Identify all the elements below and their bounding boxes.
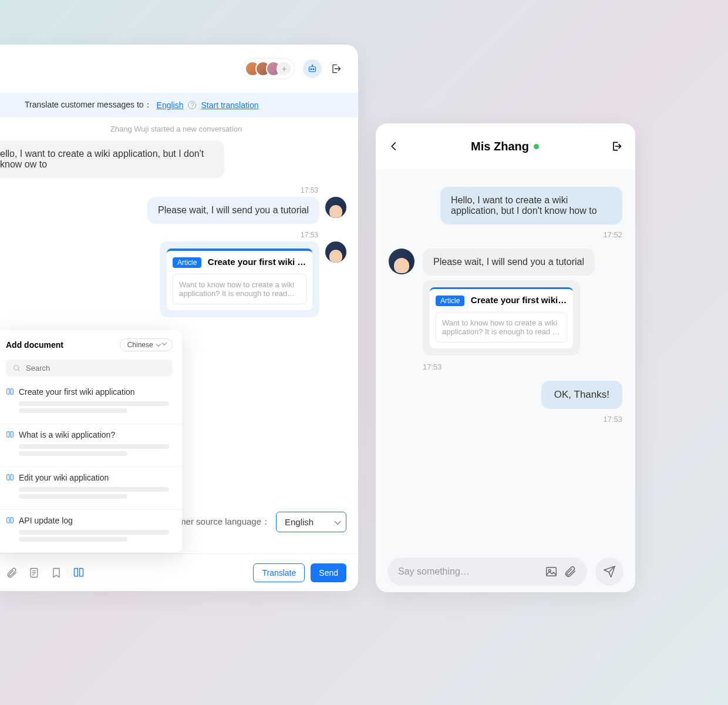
back-icon[interactable]	[389, 141, 399, 152]
source-language-row: omer source language： English	[174, 512, 346, 532]
article-badge: Article	[436, 296, 464, 306]
help-icon[interactable]: ?	[188, 101, 196, 109]
bot-icon	[307, 65, 318, 73]
article-card[interactable]: Article Create your first wiki… Want to …	[423, 280, 580, 355]
document-list: Create your first wiki application What …	[0, 381, 182, 553]
document-item[interactable]: Create your first wiki application	[0, 381, 182, 424]
svg-point-2	[313, 69, 314, 70]
document-item[interactable]: API update log	[0, 510, 182, 553]
message-time: 17:53	[389, 415, 622, 424]
source-language-label: omer source language：	[174, 516, 270, 528]
article-badge: Article	[173, 257, 201, 268]
skeleton-line	[19, 444, 169, 449]
search-icon	[13, 364, 21, 372]
skeleton-line	[19, 401, 169, 406]
article-preview: Want to know how to create a wiki applic…	[436, 312, 567, 343]
document-title: Edit your wiki application	[19, 473, 109, 482]
attachment-icon[interactable]	[6, 567, 18, 579]
mobile-messages: Hello, I want to create a wiki applicati…	[376, 169, 635, 424]
send-icon	[603, 565, 616, 578]
skeleton-line	[19, 487, 169, 492]
message-bubble: ello, I want to create a wiki applicatio…	[0, 140, 224, 178]
bot-button[interactable]	[303, 59, 322, 78]
outgoing-message-bubble: Hello, I want to create a wiki applicati…	[440, 187, 622, 224]
input-placeholder: Say something…	[398, 566, 539, 577]
message-input[interactable]: Say something…	[387, 558, 587, 586]
article-card[interactable]: Article Create your first wiki … Want to…	[160, 241, 319, 317]
outgoing-message: 17:53 Article Create your first wiki … W…	[0, 231, 358, 322]
skeleton-line	[19, 530, 169, 535]
add-document-popup: Add document Chinese Create your first w…	[0, 330, 182, 553]
skeleton-line	[19, 494, 127, 499]
document-title: API update log	[19, 516, 73, 525]
document-item[interactable]: Edit your wiki application	[0, 467, 182, 510]
message-bubble: Please wait, I will send you a tutorial	[147, 197, 319, 224]
image-icon[interactable]	[545, 565, 558, 578]
add-participant-button[interactable]: +	[277, 61, 292, 76]
document-item[interactable]: What is a wiki application?	[0, 424, 182, 467]
language-selector[interactable]: Chinese	[120, 338, 173, 351]
skeleton-line	[19, 451, 127, 456]
message-bubble: Please wait, I will send you a tutorial	[423, 249, 595, 276]
book-icon[interactable]	[73, 567, 85, 579]
mobile-chat-window: Mis Zhang Hello, I want to create a wiki…	[376, 123, 635, 592]
message-time: 17:53	[423, 362, 622, 371]
document-title: Create your first wiki application	[19, 387, 135, 397]
document-title: What is a wiki application?	[19, 430, 115, 439]
start-translation-link[interactable]: Start translation	[201, 100, 258, 110]
outgoing-message-bubble: OK, Thanks!	[541, 381, 622, 409]
book-icon	[6, 474, 14, 482]
popup-title: Add document	[6, 340, 63, 350]
svg-rect-11	[547, 568, 557, 576]
send-button[interactable]	[595, 558, 623, 586]
avatar	[325, 197, 346, 218]
chat-title: Mis Zhang	[471, 140, 529, 153]
skeleton-line	[19, 537, 127, 542]
participant-avatars[interactable]: +	[242, 58, 295, 79]
mobile-input-bar: Say something…	[376, 551, 635, 592]
mobile-header: Mis Zhang	[376, 123, 635, 169]
send-button[interactable]: Send	[311, 563, 346, 582]
source-language-select[interactable]: English	[276, 512, 346, 532]
message-time: 17:52	[389, 230, 622, 239]
conversation-start-notice: Zhang Wuji started a new conversation	[0, 118, 358, 140]
exit-icon[interactable]	[330, 63, 342, 75]
book-icon	[6, 388, 14, 396]
translate-label: Translate customer messages to：	[25, 100, 152, 110]
translate-bar: Translate customer messages to： English …	[0, 93, 358, 118]
avatar	[325, 241, 346, 263]
article-title: Create your first wiki…	[471, 295, 567, 305]
note-icon[interactable]	[28, 567, 40, 579]
translate-lang-link[interactable]: English	[157, 100, 184, 110]
attachment-icon[interactable]	[564, 565, 577, 578]
svg-rect-0	[309, 67, 315, 72]
article-preview: Want to know how to create a wiki applic…	[173, 274, 306, 304]
desktop-header: +	[0, 45, 358, 93]
message-time: 17:53	[301, 186, 346, 194]
message-time: 17:53	[301, 231, 346, 239]
skeleton-line	[19, 408, 127, 413]
search-field[interactable]	[26, 364, 166, 372]
svg-point-1	[311, 69, 312, 70]
book-icon	[6, 431, 14, 439]
svg-line-10	[18, 369, 20, 371]
avatar	[389, 249, 414, 274]
translate-button[interactable]: Translate	[253, 563, 305, 582]
exit-icon[interactable]	[611, 140, 622, 152]
bookmark-icon[interactable]	[50, 567, 62, 579]
book-icon	[6, 516, 14, 525]
search-input[interactable]	[6, 360, 173, 377]
outgoing-message: 17:53 Please wait, I will send you a tut…	[0, 186, 358, 229]
desktop-footer: Translate Send	[0, 553, 358, 591]
article-title: Create your first wiki …	[208, 257, 306, 267]
online-status-dot	[534, 144, 539, 149]
incoming-message: ello, I want to create a wiki applicatio…	[0, 140, 358, 183]
incoming-message: Please wait, I will send you a tutorial	[389, 249, 622, 276]
